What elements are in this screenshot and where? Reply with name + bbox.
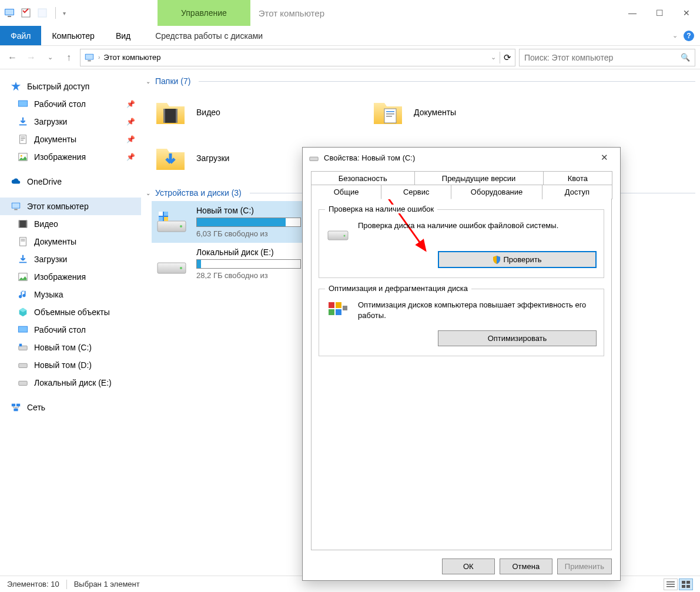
svg-rect-62	[686, 585, 690, 588]
sidebar-item-pictures[interactable]: Изображения	[0, 268, 141, 286]
properties-icon[interactable]	[20, 7, 32, 19]
view-details-button[interactable]	[664, 578, 678, 590]
sidebar-item-downloads[interactable]: Загрузки 📌	[0, 113, 141, 131]
tab-previous-versions[interactable]: Предыдущие версии	[414, 171, 544, 185]
maximize-button[interactable]: ☐	[646, 0, 673, 26]
sidebar-item-pictures[interactable]: Изображения 📌	[0, 148, 141, 166]
back-button[interactable]: ←	[5, 50, 20, 65]
svg-rect-60	[686, 581, 690, 584]
help-icon[interactable]: ?	[684, 31, 694, 41]
check-button[interactable]: Проверить	[438, 251, 597, 268]
chevron-right-icon[interactable]: ›	[98, 54, 100, 61]
recent-dropdown-icon[interactable]: ⌄	[42, 50, 58, 65]
address-segment[interactable]: Этот компьютер	[103, 53, 160, 62]
forward-button[interactable]: →	[24, 50, 39, 65]
tab-tools[interactable]: Сервис	[381, 185, 451, 199]
drive-usage-bar	[196, 259, 301, 269]
sidebar-this-pc[interactable]: Этот компьютер	[0, 198, 141, 215]
properties-dialog: Свойства: Новый том (C:) ✕ Безопасность …	[302, 147, 621, 581]
tab-file[interactable]: Файл	[0, 26, 41, 45]
svg-rect-38	[163, 109, 177, 123]
svg-rect-53	[164, 217, 168, 221]
status-item-count: Элементов: 10	[7, 580, 59, 588]
groupbox-optimize: Оптимизация и дефрагментация диска Оптим…	[319, 289, 604, 356]
sidebar-item-documents[interactable]: Документы	[0, 233, 141, 250]
ok-button[interactable]: ОК	[442, 558, 495, 574]
tab-general[interactable]: Общие	[311, 185, 381, 199]
view-icons-button[interactable]	[679, 578, 693, 590]
close-icon[interactable]: ✕	[594, 150, 614, 165]
folder-label: Документы	[414, 108, 456, 117]
sidebar-onedrive[interactable]: OneDrive	[0, 173, 141, 190]
defrag-icon	[326, 300, 350, 323]
sidebar-item-label: Этот компьютер	[27, 202, 89, 211]
drive-icon	[18, 360, 28, 370]
groupbox-error-check: Проверка на наличие ошибок Проверка диск…	[319, 209, 604, 278]
search-box[interactable]: 🔍	[519, 49, 695, 66]
sidebar-item-label: Документы	[34, 237, 76, 246]
tab-disk-tools[interactable]: Средства работы с дисками	[145, 26, 273, 45]
sidebar-item-label: OneDrive	[27, 177, 62, 186]
address-bar[interactable]: › Этот компьютер ⌄ ⟳	[80, 49, 515, 66]
svg-rect-26	[21, 240, 25, 241]
sidebar-item-label: Рабочий стол	[34, 99, 86, 109]
sidebar-quick-access[interactable]: Быстрый доступ	[0, 78, 141, 95]
close-button[interactable]: ✕	[673, 0, 700, 26]
sidebar-item-desktop[interactable]: Рабочий стол	[0, 321, 141, 339]
svg-rect-71	[343, 306, 347, 310]
drive-item-c[interactable]: Новый том (C:) 6,03 ГБ свободно из	[152, 201, 304, 243]
sidebar-item-downloads[interactable]: Загрузки	[0, 250, 141, 268]
groupbox-title: Оптимизация и дефрагментация диска	[325, 284, 471, 293]
sidebar-item-3d-objects[interactable]: Объемные объекты	[0, 303, 141, 321]
drive-item-e[interactable]: Локальный диск (E:) 28,2 ГБ свободно из	[152, 243, 304, 285]
tab-quota[interactable]: Квота	[543, 171, 612, 185]
sidebar-item-music[interactable]: Музыка	[0, 286, 141, 303]
sidebar-network[interactable]: Сеть	[0, 399, 141, 416]
quick-access-toolbar: ▾	[0, 0, 69, 26]
tab-view[interactable]: Вид	[105, 26, 141, 45]
drive-icon	[326, 220, 350, 244]
tab-sharing[interactable]: Доступ	[542, 185, 612, 199]
tab-hardware[interactable]: Оборудование	[451, 185, 542, 199]
folder-item-videos[interactable]: Видео	[152, 89, 369, 135]
refresh-icon[interactable]: ⟳	[504, 52, 511, 63]
tab-security[interactable]: Безопасность	[311, 171, 415, 185]
sidebar-item-videos[interactable]: Видео	[0, 215, 141, 233]
address-dropdown-icon[interactable]: ⌄	[491, 53, 496, 61]
cancel-button[interactable]: Отмена	[500, 558, 552, 574]
new-folder-icon[interactable]	[36, 7, 48, 19]
sidebar-item-drive-d[interactable]: Новый том (D:)	[0, 356, 141, 374]
svg-rect-67	[329, 302, 334, 308]
optimize-button[interactable]: Оптимизировать	[438, 330, 597, 346]
sidebar-item-documents[interactable]: Документы 📌	[0, 131, 141, 148]
section-title: Устройства и диски (3)	[155, 188, 242, 198]
sidebar-item-drive-c[interactable]: Новый том (C:)	[0, 339, 141, 356]
context-tab-manage[interactable]: Управление	[158, 0, 250, 26]
sidebar-item-label: Видео	[34, 219, 58, 229]
svg-rect-24	[20, 238, 26, 246]
minimize-button[interactable]: —	[619, 0, 646, 26]
svg-rect-36	[16, 404, 20, 407]
sidebar-item-drive-e[interactable]: Локальный диск (E:)	[0, 374, 141, 392]
star-icon	[11, 81, 21, 92]
svg-rect-12	[20, 135, 26, 143]
svg-rect-3	[22, 9, 30, 17]
expand-ribbon-icon[interactable]: ⌄	[672, 32, 678, 39]
folder-item-documents[interactable]: Документы	[369, 89, 587, 135]
apply-button[interactable]: Применить	[557, 558, 612, 574]
up-button[interactable]: ↑	[61, 50, 76, 65]
tab-computer[interactable]: Компьютер	[41, 26, 105, 45]
svg-rect-23	[26, 220, 27, 228]
sidebar-item-label: Объемные объекты	[34, 307, 110, 317]
sidebar-item-desktop[interactable]: Рабочий стол 📌	[0, 95, 141, 113]
dialog-titlebar[interactable]: Свойства: Новый том (C:) ✕	[303, 148, 620, 168]
sidebar-item-label: Локальный диск (E:)	[34, 378, 112, 387]
download-icon	[18, 254, 28, 265]
sidebar-item-label: Музыка	[34, 290, 63, 299]
search-input[interactable]	[524, 53, 681, 62]
pin-icon: 📌	[126, 135, 135, 143]
qat-dropdown-icon[interactable]: ▾	[63, 10, 66, 16]
sidebar-item-label: Загрузки	[34, 255, 67, 264]
search-icon[interactable]: 🔍	[681, 53, 690, 62]
section-header-folders[interactable]: ⌄ Папки (7)	[141, 75, 700, 87]
